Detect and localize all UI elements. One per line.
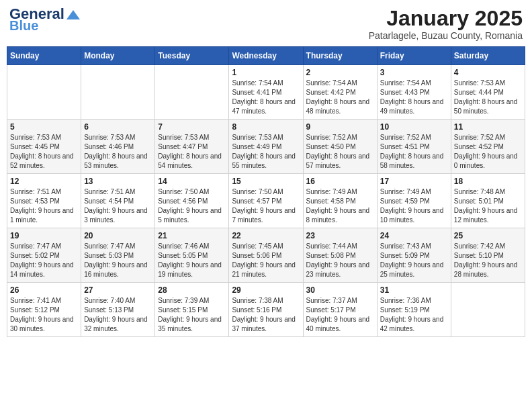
calendar-cell: 29Sunrise: 7:38 AM Sunset: 5:16 PM Dayli… bbox=[229, 283, 303, 337]
calendar-cell: 6Sunrise: 7:53 AM Sunset: 4:46 PM Daylig… bbox=[81, 120, 155, 174]
calendar-cell: 1Sunrise: 7:54 AM Sunset: 4:41 PM Daylig… bbox=[229, 65, 303, 120]
day-number: 29 bbox=[232, 285, 300, 295]
day-info: Sunrise: 7:43 AM Sunset: 5:09 PM Dayligh… bbox=[380, 242, 448, 279]
calendar-cell: 18Sunrise: 7:48 AM Sunset: 5:01 PM Dayli… bbox=[451, 174, 525, 228]
day-info: Sunrise: 7:54 AM Sunset: 4:42 PM Dayligh… bbox=[306, 79, 374, 116]
day-info: Sunrise: 7:36 AM Sunset: 5:19 PM Dayligh… bbox=[380, 296, 448, 334]
calendar-week-row: 12Sunrise: 7:51 AM Sunset: 4:53 PM Dayli… bbox=[7, 174, 525, 228]
calendar-week-row: 1Sunrise: 7:54 AM Sunset: 4:41 PM Daylig… bbox=[7, 65, 525, 120]
day-info: Sunrise: 7:53 AM Sunset: 4:47 PM Dayligh… bbox=[158, 133, 226, 171]
calendar-cell: 13Sunrise: 7:51 AM Sunset: 4:54 PM Dayli… bbox=[81, 174, 155, 228]
weekday-header-tuesday: Tuesday bbox=[155, 47, 229, 65]
calendar-cell: 30Sunrise: 7:37 AM Sunset: 5:17 PM Dayli… bbox=[303, 283, 377, 337]
day-number: 2 bbox=[306, 68, 374, 77]
weekday-header-saturday: Saturday bbox=[451, 47, 525, 65]
calendar-cell: 24Sunrise: 7:43 AM Sunset: 5:09 PM Dayli… bbox=[377, 228, 451, 283]
day-number: 8 bbox=[232, 122, 300, 132]
day-number: 26 bbox=[10, 285, 78, 295]
calendar-week-row: 26Sunrise: 7:41 AM Sunset: 5:12 PM Dayli… bbox=[7, 283, 525, 337]
day-number: 15 bbox=[232, 177, 300, 186]
day-info: Sunrise: 7:48 AM Sunset: 5:01 PM Dayligh… bbox=[454, 187, 522, 225]
weekday-header-friday: Friday bbox=[377, 47, 451, 65]
day-number: 25 bbox=[454, 231, 522, 240]
day-info: Sunrise: 7:47 AM Sunset: 5:02 PM Dayligh… bbox=[10, 242, 78, 279]
calendar-cell: 9Sunrise: 7:52 AM Sunset: 4:50 PM Daylig… bbox=[303, 120, 377, 174]
page-header: General Blue January 2025 Patarlagele, B… bbox=[7, 7, 525, 41]
calendar-cell: 14Sunrise: 7:50 AM Sunset: 4:56 PM Dayli… bbox=[155, 174, 229, 228]
day-info: Sunrise: 7:52 AM Sunset: 4:50 PM Dayligh… bbox=[306, 133, 374, 171]
day-number: 12 bbox=[10, 177, 78, 186]
calendar-cell: 3Sunrise: 7:54 AM Sunset: 4:43 PM Daylig… bbox=[377, 65, 451, 120]
calendar-cell: 8Sunrise: 7:53 AM Sunset: 4:49 PM Daylig… bbox=[229, 120, 303, 174]
logo-icon bbox=[66, 10, 80, 19]
day-info: Sunrise: 7:50 AM Sunset: 4:57 PM Dayligh… bbox=[232, 187, 300, 225]
calendar-cell: 2Sunrise: 7:54 AM Sunset: 4:42 PM Daylig… bbox=[303, 65, 377, 120]
day-info: Sunrise: 7:40 AM Sunset: 5:13 PM Dayligh… bbox=[84, 296, 152, 334]
calendar-cell: 4Sunrise: 7:53 AM Sunset: 4:44 PM Daylig… bbox=[451, 65, 525, 120]
calendar-week-row: 5Sunrise: 7:53 AM Sunset: 4:45 PM Daylig… bbox=[7, 120, 525, 174]
day-info: Sunrise: 7:53 AM Sunset: 4:45 PM Dayligh… bbox=[10, 133, 78, 171]
day-number: 3 bbox=[380, 68, 448, 77]
calendar-cell: 21Sunrise: 7:46 AM Sunset: 5:05 PM Dayli… bbox=[155, 228, 229, 283]
day-info: Sunrise: 7:46 AM Sunset: 5:05 PM Dayligh… bbox=[158, 242, 226, 279]
location-title: Patarlagele, Buzau County, Romania bbox=[369, 30, 523, 41]
day-number: 20 bbox=[84, 231, 152, 240]
day-info: Sunrise: 7:49 AM Sunset: 4:58 PM Dayligh… bbox=[306, 187, 374, 225]
day-info: Sunrise: 7:37 AM Sunset: 5:17 PM Dayligh… bbox=[306, 296, 374, 334]
day-info: Sunrise: 7:47 AM Sunset: 5:03 PM Dayligh… bbox=[84, 242, 152, 279]
calendar-cell bbox=[7, 65, 81, 120]
day-number: 1 bbox=[232, 68, 300, 77]
day-info: Sunrise: 7:54 AM Sunset: 4:43 PM Dayligh… bbox=[380, 79, 448, 116]
day-number: 5 bbox=[10, 122, 78, 132]
day-info: Sunrise: 7:41 AM Sunset: 5:12 PM Dayligh… bbox=[10, 296, 78, 334]
day-number: 16 bbox=[306, 177, 374, 186]
day-number: 17 bbox=[380, 177, 448, 186]
day-number: 18 bbox=[454, 177, 522, 186]
calendar-cell: 7Sunrise: 7:53 AM Sunset: 4:47 PM Daylig… bbox=[155, 120, 229, 174]
day-number: 22 bbox=[232, 231, 300, 240]
calendar-cell: 31Sunrise: 7:36 AM Sunset: 5:19 PM Dayli… bbox=[377, 283, 451, 337]
calendar-cell: 28Sunrise: 7:39 AM Sunset: 5:15 PM Dayli… bbox=[155, 283, 229, 337]
calendar-cell: 19Sunrise: 7:47 AM Sunset: 5:02 PM Dayli… bbox=[7, 228, 81, 283]
day-info: Sunrise: 7:38 AM Sunset: 5:16 PM Dayligh… bbox=[232, 296, 300, 334]
month-title: January 2025 bbox=[369, 7, 523, 30]
calendar-cell: 15Sunrise: 7:50 AM Sunset: 4:57 PM Dayli… bbox=[229, 174, 303, 228]
weekday-header-wednesday: Wednesday bbox=[229, 47, 303, 65]
calendar-cell: 23Sunrise: 7:44 AM Sunset: 5:08 PM Dayli… bbox=[303, 228, 377, 283]
day-info: Sunrise: 7:45 AM Sunset: 5:06 PM Dayligh… bbox=[232, 242, 300, 279]
calendar-cell: 20Sunrise: 7:47 AM Sunset: 5:03 PM Dayli… bbox=[81, 228, 155, 283]
calendar-cell: 12Sunrise: 7:51 AM Sunset: 4:53 PM Dayli… bbox=[7, 174, 81, 228]
calendar-cell bbox=[451, 283, 525, 337]
day-number: 23 bbox=[306, 231, 374, 240]
day-number: 30 bbox=[306, 285, 374, 295]
svg-marker-0 bbox=[66, 10, 80, 19]
title-block: January 2025 Patarlagele, Buzau County, … bbox=[369, 7, 523, 41]
day-info: Sunrise: 7:49 AM Sunset: 4:59 PM Dayligh… bbox=[380, 187, 448, 225]
day-info: Sunrise: 7:53 AM Sunset: 4:46 PM Dayligh… bbox=[84, 133, 152, 171]
calendar-cell: 17Sunrise: 7:49 AM Sunset: 4:59 PM Dayli… bbox=[377, 174, 451, 228]
day-number: 9 bbox=[306, 122, 374, 132]
day-number: 19 bbox=[10, 231, 78, 240]
calendar-cell: 27Sunrise: 7:40 AM Sunset: 5:13 PM Dayli… bbox=[81, 283, 155, 337]
day-number: 10 bbox=[380, 122, 448, 132]
day-number: 11 bbox=[454, 122, 522, 132]
day-info: Sunrise: 7:44 AM Sunset: 5:08 PM Dayligh… bbox=[306, 242, 374, 279]
logo-sub: Blue bbox=[9, 19, 38, 32]
calendar-cell: 11Sunrise: 7:52 AM Sunset: 4:52 PM Dayli… bbox=[451, 120, 525, 174]
calendar-cell: 16Sunrise: 7:49 AM Sunset: 4:58 PM Dayli… bbox=[303, 174, 377, 228]
day-number: 6 bbox=[84, 122, 152, 132]
day-number: 13 bbox=[84, 177, 152, 186]
weekday-header-thursday: Thursday bbox=[303, 47, 377, 65]
logo: General Blue bbox=[9, 7, 80, 32]
day-info: Sunrise: 7:50 AM Sunset: 4:56 PM Dayligh… bbox=[158, 187, 226, 225]
calendar-cell: 25Sunrise: 7:42 AM Sunset: 5:10 PM Dayli… bbox=[451, 228, 525, 283]
calendar-cell: 26Sunrise: 7:41 AM Sunset: 5:12 PM Dayli… bbox=[7, 283, 81, 337]
day-number: 28 bbox=[158, 285, 226, 295]
calendar-week-row: 19Sunrise: 7:47 AM Sunset: 5:02 PM Dayli… bbox=[7, 228, 525, 283]
calendar-table: SundayMondayTuesdayWednesdayThursdayFrid… bbox=[7, 46, 525, 337]
day-info: Sunrise: 7:53 AM Sunset: 4:49 PM Dayligh… bbox=[232, 133, 300, 171]
day-number: 21 bbox=[158, 231, 226, 240]
weekday-header-row: SundayMondayTuesdayWednesdayThursdayFrid… bbox=[7, 47, 525, 65]
calendar-cell: 5Sunrise: 7:53 AM Sunset: 4:45 PM Daylig… bbox=[7, 120, 81, 174]
day-info: Sunrise: 7:39 AM Sunset: 5:15 PM Dayligh… bbox=[158, 296, 226, 334]
